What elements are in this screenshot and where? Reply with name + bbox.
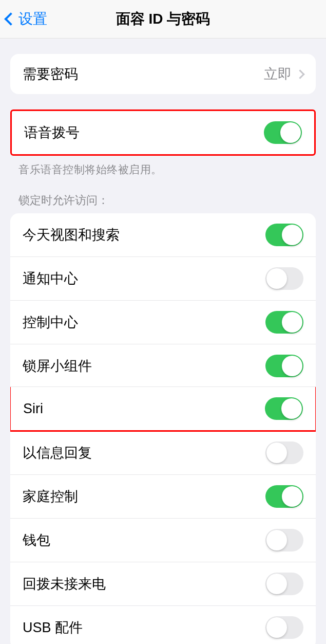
back-button[interactable]: 设置 [0,9,47,29]
row-label: 回拨未接来电 [23,575,106,593]
toggle-knob [266,443,287,463]
toggle-knob [282,225,302,245]
lock-access-row: 今天视图和搜索 [10,213,316,256]
lock-access-row: 控制中心 [10,300,316,344]
lock-access-row: 通知中心 [10,256,316,300]
toggle-knob [282,356,302,376]
chevron-left-icon [4,12,17,25]
toggle-knob [280,122,301,143]
row-label: Siri [23,401,43,417]
row-label: 钱包 [23,531,50,549]
row-label: 需要密码 [23,65,78,83]
lock-access-header: 锁定时允许访问： [0,177,326,213]
row-label: 今天视图和搜索 [23,226,120,244]
toggle[interactable] [265,267,303,290]
row-label: 以信息回复 [23,444,92,462]
row-label: 家庭控制 [23,487,78,506]
chevron-right-icon [295,69,304,79]
toggle[interactable] [265,355,303,377]
row-label: USB 配件 [23,618,83,637]
toggle-knob [266,617,287,638]
toggle-knob [266,268,287,289]
lock-access-row: USB 配件 [10,605,316,644]
toggle-knob [266,574,287,594]
voice-dial-row: 语音拨号 [12,111,314,154]
back-label: 设置 [18,9,47,29]
require-passcode-group: 需要密码 立即 [10,54,316,94]
toggle[interactable] [265,441,303,464]
toggle-knob [282,312,302,333]
lock-access-row: 钱包 [10,518,316,562]
toggle-knob [282,486,302,507]
toggle-knob [281,398,302,419]
voice-dial-group: 语音拨号 [10,109,316,156]
lock-access-row: 回拨未接来电 [10,562,316,605]
toggle[interactable] [265,573,303,595]
page-title: 面容 ID 与密码 [116,9,210,29]
toggle[interactable] [265,397,303,420]
toggle[interactable] [265,224,303,246]
toggle[interactable] [265,311,303,334]
voice-dial-toggle[interactable] [264,121,302,144]
nav-header: 设置 面容 ID 与密码 [0,0,326,39]
voice-dial-footer: 音乐语音控制将始终被启用。 [0,156,326,177]
toggle[interactable] [265,529,303,551]
lock-access-row: Siri [10,387,316,432]
toggle[interactable] [265,616,303,639]
lock-access-group: 今天视图和搜索通知中心控制中心锁屏小组件Siri以信息回复家庭控制钱包回拨未接来… [10,213,316,644]
lock-access-row: 锁屏小组件 [10,344,316,388]
row-value: 立即 [264,65,292,83]
row-label: 锁屏小组件 [23,357,92,375]
lock-access-row: 以信息回复 [10,431,316,474]
row-label: 控制中心 [23,313,78,332]
row-label: 通知中心 [23,269,78,288]
toggle[interactable] [265,485,303,508]
require-passcode-row[interactable]: 需要密码 立即 [10,54,316,94]
toggle-knob [266,530,287,550]
row-label: 语音拨号 [24,123,80,142]
lock-access-row: 家庭控制 [10,474,316,518]
